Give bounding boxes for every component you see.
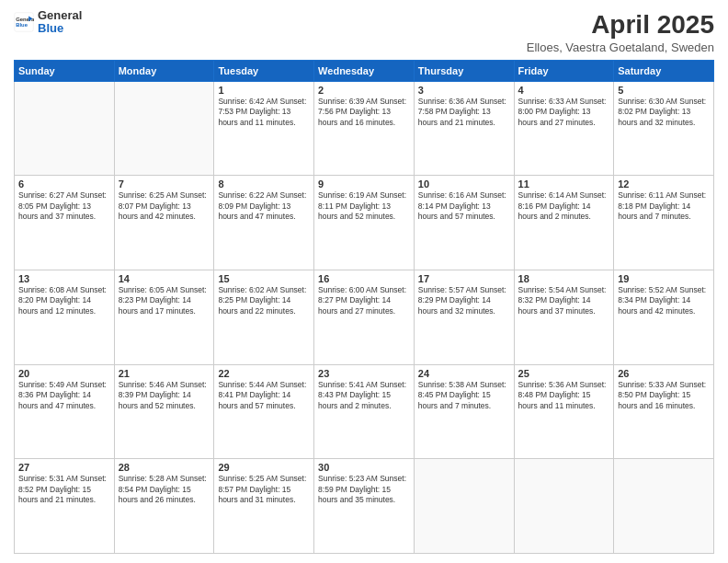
day-cell: 24Sunrise: 5:38 AM Sunset: 8:45 PM Dayli… (414, 364, 514, 459)
week-row-0: 1Sunrise: 6:42 AM Sunset: 7:53 PM Daylig… (15, 81, 714, 176)
day-number: 12 (618, 178, 710, 190)
day-number: 13 (18, 273, 110, 284)
day-number: 23 (318, 368, 410, 379)
week-row-2: 13Sunrise: 6:08 AM Sunset: 8:20 PM Dayli… (15, 270, 714, 364)
day-cell (514, 459, 614, 554)
svg-text:Blue: Blue (16, 22, 28, 28)
day-info: Sunrise: 6:16 AM Sunset: 8:14 PM Dayligh… (418, 190, 510, 222)
day-number: 24 (418, 368, 510, 379)
weekday-sunday: Sunday (15, 60, 115, 81)
weekday-header-row: SundayMondayTuesdayWednesdayThursdayFrid… (15, 60, 714, 81)
day-number: 17 (418, 273, 510, 284)
day-number: 27 (18, 462, 110, 473)
day-cell: 18Sunrise: 5:54 AM Sunset: 8:32 PM Dayli… (514, 270, 614, 364)
weekday-saturday: Saturday (614, 60, 714, 81)
day-number: 21 (119, 368, 210, 379)
day-number: 7 (119, 178, 210, 190)
day-cell: 13Sunrise: 6:08 AM Sunset: 8:20 PM Dayli… (15, 270, 115, 364)
day-cell: 2Sunrise: 6:39 AM Sunset: 7:56 PM Daylig… (314, 81, 415, 176)
day-info: Sunrise: 6:25 AM Sunset: 8:07 PM Dayligh… (119, 190, 210, 222)
day-cell: 10Sunrise: 6:16 AM Sunset: 8:14 PM Dayli… (414, 176, 514, 270)
day-info: Sunrise: 6:02 AM Sunset: 8:25 PM Dayligh… (218, 285, 310, 316)
main-title: April 2025 (527, 9, 714, 40)
day-info: Sunrise: 5:25 AM Sunset: 8:57 PM Dayligh… (218, 474, 310, 505)
day-number: 11 (518, 178, 610, 190)
week-row-1: 6Sunrise: 6:27 AM Sunset: 8:05 PM Daylig… (15, 176, 714, 270)
day-info: Sunrise: 6:08 AM Sunset: 8:20 PM Dayligh… (18, 285, 110, 316)
day-cell: 22Sunrise: 5:44 AM Sunset: 8:41 PM Dayli… (214, 364, 314, 459)
day-cell: 11Sunrise: 6:14 AM Sunset: 8:16 PM Dayli… (514, 176, 614, 270)
day-info: Sunrise: 5:23 AM Sunset: 8:59 PM Dayligh… (318, 474, 410, 505)
day-cell (15, 81, 115, 176)
day-cell (414, 459, 514, 554)
day-cell: 7Sunrise: 6:25 AM Sunset: 8:07 PM Daylig… (114, 176, 214, 270)
day-number: 9 (318, 178, 410, 190)
day-info: Sunrise: 5:44 AM Sunset: 8:41 PM Dayligh… (218, 380, 310, 411)
logo: General Blue General Blue (14, 9, 82, 36)
day-info: Sunrise: 6:42 AM Sunset: 7:53 PM Dayligh… (218, 97, 310, 128)
day-number: 29 (218, 462, 310, 473)
day-number: 26 (618, 368, 710, 379)
day-cell: 8Sunrise: 6:22 AM Sunset: 8:09 PM Daylig… (214, 176, 314, 270)
day-info: Sunrise: 6:22 AM Sunset: 8:09 PM Dayligh… (218, 190, 310, 222)
subtitle: Elloes, Vaestra Goetaland, Sweden (527, 40, 714, 54)
day-cell: 30Sunrise: 5:23 AM Sunset: 8:59 PM Dayli… (314, 459, 415, 554)
day-cell: 28Sunrise: 5:28 AM Sunset: 8:54 PM Dayli… (114, 459, 214, 554)
day-cell: 23Sunrise: 5:41 AM Sunset: 8:43 PM Dayli… (314, 364, 415, 459)
day-cell: 5Sunrise: 6:30 AM Sunset: 8:02 PM Daylig… (614, 81, 714, 176)
day-cell: 27Sunrise: 5:31 AM Sunset: 8:52 PM Dayli… (15, 459, 115, 554)
page: General Blue General Blue April 2025 Ell… (0, 0, 728, 563)
day-cell: 4Sunrise: 6:33 AM Sunset: 8:00 PM Daylig… (514, 81, 614, 176)
day-number: 5 (618, 85, 710, 96)
calendar-table: SundayMondayTuesdayWednesdayThursdayFrid… (14, 60, 714, 554)
day-number: 14 (119, 273, 210, 284)
logo-icon: General Blue (14, 12, 34, 32)
day-info: Sunrise: 6:11 AM Sunset: 8:18 PM Dayligh… (618, 190, 710, 222)
day-info: Sunrise: 6:30 AM Sunset: 8:02 PM Dayligh… (618, 97, 710, 128)
day-info: Sunrise: 6:39 AM Sunset: 7:56 PM Dayligh… (318, 97, 410, 128)
day-number: 16 (318, 273, 410, 284)
day-cell: 19Sunrise: 5:52 AM Sunset: 8:34 PM Dayli… (614, 270, 714, 364)
day-info: Sunrise: 6:14 AM Sunset: 8:16 PM Dayligh… (518, 190, 610, 222)
day-number: 25 (518, 368, 610, 379)
day-cell: 9Sunrise: 6:19 AM Sunset: 8:11 PM Daylig… (314, 176, 415, 270)
day-cell (114, 81, 214, 176)
day-number: 18 (518, 273, 610, 284)
day-cell: 3Sunrise: 6:36 AM Sunset: 7:58 PM Daylig… (414, 81, 514, 176)
weekday-monday: Monday (114, 60, 214, 81)
week-row-4: 27Sunrise: 5:31 AM Sunset: 8:52 PM Dayli… (15, 459, 714, 554)
day-info: Sunrise: 6:36 AM Sunset: 7:58 PM Dayligh… (418, 97, 510, 128)
day-info: Sunrise: 5:33 AM Sunset: 8:50 PM Dayligh… (618, 380, 710, 411)
day-info: Sunrise: 6:00 AM Sunset: 8:27 PM Dayligh… (318, 285, 410, 316)
weekday-tuesday: Tuesday (214, 60, 314, 81)
day-number: 2 (318, 85, 410, 96)
day-info: Sunrise: 5:38 AM Sunset: 8:45 PM Dayligh… (418, 380, 510, 411)
header: General Blue General Blue April 2025 Ell… (14, 9, 714, 54)
day-info: Sunrise: 5:52 AM Sunset: 8:34 PM Dayligh… (618, 285, 710, 316)
day-info: Sunrise: 5:57 AM Sunset: 8:29 PM Dayligh… (418, 285, 510, 316)
day-info: Sunrise: 6:05 AM Sunset: 8:23 PM Dayligh… (119, 285, 210, 316)
weekday-friday: Friday (514, 60, 614, 81)
day-number: 22 (218, 368, 310, 379)
day-number: 28 (119, 462, 210, 473)
day-info: Sunrise: 5:49 AM Sunset: 8:36 PM Dayligh… (18, 380, 110, 411)
day-number: 15 (218, 273, 310, 284)
weekday-wednesday: Wednesday (314, 60, 415, 81)
day-cell: 1Sunrise: 6:42 AM Sunset: 7:53 PM Daylig… (214, 81, 314, 176)
logo-general: General (38, 9, 82, 22)
day-cell: 6Sunrise: 6:27 AM Sunset: 8:05 PM Daylig… (15, 176, 115, 270)
day-number: 10 (418, 178, 510, 190)
day-number: 6 (18, 178, 110, 190)
day-number: 3 (418, 85, 510, 96)
day-info: Sunrise: 5:31 AM Sunset: 8:52 PM Dayligh… (18, 474, 110, 505)
day-number: 1 (218, 85, 310, 96)
day-cell: 15Sunrise: 6:02 AM Sunset: 8:25 PM Dayli… (214, 270, 314, 364)
logo-blue: Blue (38, 22, 82, 35)
day-cell: 17Sunrise: 5:57 AM Sunset: 8:29 PM Dayli… (414, 270, 514, 364)
day-info: Sunrise: 5:46 AM Sunset: 8:39 PM Dayligh… (119, 380, 210, 411)
day-cell: 12Sunrise: 6:11 AM Sunset: 8:18 PM Dayli… (614, 176, 714, 270)
day-cell: 20Sunrise: 5:49 AM Sunset: 8:36 PM Dayli… (15, 364, 115, 459)
day-info: Sunrise: 5:36 AM Sunset: 8:48 PM Dayligh… (518, 380, 610, 411)
day-number: 20 (18, 368, 110, 379)
day-cell: 25Sunrise: 5:36 AM Sunset: 8:48 PM Dayli… (514, 364, 614, 459)
